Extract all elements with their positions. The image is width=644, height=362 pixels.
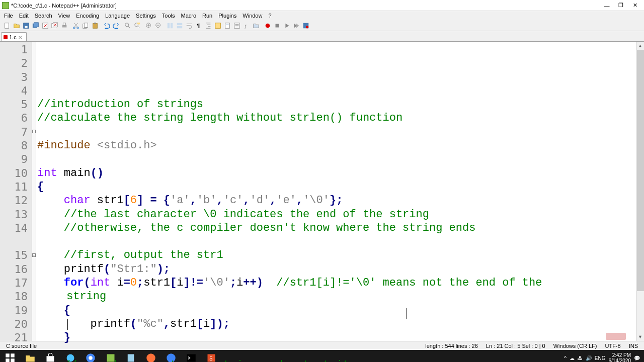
- line-number: 14: [0, 221, 32, 235]
- record-macro-icon[interactable]: [263, 21, 272, 30]
- wrap-icon[interactable]: [185, 21, 193, 30]
- tab-file-1[interactable]: 1.c ✕: [1, 32, 27, 41]
- code-line[interactable]: for(int i=0;str1[i]!='\0';i++) //str1[i]…: [37, 276, 636, 290]
- minimize-button[interactable]: —: [600, 1, 614, 11]
- text-cursor: [67, 319, 68, 330]
- start-button[interactable]: [0, 350, 20, 362]
- save-macro-icon[interactable]: [301, 21, 310, 30]
- line-number: 19: [0, 304, 32, 317]
- undo-icon[interactable]: [102, 21, 111, 30]
- menu-plugins[interactable]: Plugins: [215, 12, 239, 19]
- code-line[interactable]: [37, 125, 636, 139]
- fold-toggle-icon[interactable]: -: [32, 253, 36, 257]
- menu-settings[interactable]: Settings: [133, 12, 159, 19]
- line-number: 13: [0, 208, 32, 221]
- menu-window[interactable]: Window: [239, 12, 265, 19]
- fold-toggle-icon[interactable]: -: [32, 130, 36, 133]
- menu-view[interactable]: View: [55, 12, 73, 19]
- ud-lang-icon[interactable]: [213, 21, 222, 30]
- func-list-icon[interactable]: ƒ: [242, 21, 251, 30]
- maximize-button[interactable]: ❐: [614, 1, 628, 11]
- menu-tools[interactable]: Tools: [159, 12, 178, 19]
- code-line[interactable]: //the last character \0 indicates the en…: [37, 208, 636, 221]
- watermark: [606, 333, 626, 340]
- folder-icon[interactable]: [252, 21, 260, 30]
- cut-icon[interactable]: [71, 21, 80, 30]
- svg-rect-25: [215, 23, 220, 28]
- line-number: 11: [0, 180, 32, 194]
- doc-map-icon[interactable]: [223, 21, 231, 30]
- menu-file[interactable]: File: [1, 12, 16, 19]
- code-line[interactable]: //second,user enters a string and output…: [37, 358, 636, 362]
- svg-point-33: [306, 26, 308, 28]
- svg-rect-15: [94, 22, 96, 24]
- all-chars-icon[interactable]: ¶: [194, 21, 203, 30]
- svg-text:ƒ: ƒ: [244, 23, 247, 28]
- replace-icon[interactable]: [133, 21, 141, 30]
- unsaved-dot-icon: [4, 35, 8, 39]
- line-number: 4: [0, 84, 32, 98]
- paste-icon[interactable]: [91, 21, 99, 30]
- copy-icon[interactable]: [81, 21, 90, 30]
- code-line[interactable]: //otherwise, the c compiler doesn't know…: [37, 221, 636, 235]
- code-line[interactable]: printf("%c",str1[i]);: [37, 317, 636, 331]
- code-line[interactable]: [37, 235, 636, 248]
- toolbar: ¶ ƒ: [0, 20, 644, 31]
- svg-rect-35: [11, 353, 15, 357]
- menu-search[interactable]: Search: [32, 12, 55, 19]
- play-macro-icon[interactable]: [282, 21, 291, 30]
- line-number-gutter: 1234567891011121314 15161718192021: [0, 42, 32, 341]
- doc-list-icon[interactable]: [232, 21, 241, 30]
- code-area[interactable]: //introduction of strings//calculate the…: [36, 42, 636, 341]
- line-number: 9: [0, 152, 32, 166]
- code-line[interactable]: int main(): [37, 166, 636, 180]
- line-number: 10: [0, 166, 32, 180]
- new-file-icon[interactable]: [3, 21, 11, 30]
- redo-icon[interactable]: [112, 21, 120, 30]
- code-line[interactable]: printf("Str1:");: [37, 262, 636, 276]
- tab-close-icon[interactable]: ✕: [18, 35, 22, 40]
- menu-encoding[interactable]: Encoding: [73, 12, 102, 19]
- code-line[interactable]: [37, 152, 636, 166]
- svg-rect-14: [93, 23, 97, 28]
- code-line[interactable]: char str1[6] = {'a','b','c','d','e','\0'…: [37, 194, 636, 207]
- code-line[interactable]: {: [37, 304, 636, 317]
- line-number: 2: [0, 56, 32, 70]
- line-number: 15: [0, 248, 32, 262]
- menu-run[interactable]: Run: [199, 12, 215, 19]
- find-icon[interactable]: [123, 21, 132, 30]
- scroll-down-icon[interactable]: ▼: [636, 333, 644, 341]
- stop-macro-icon[interactable]: [273, 21, 281, 30]
- print-icon[interactable]: [60, 21, 68, 30]
- code-line[interactable]: //first, output the str1: [37, 248, 636, 262]
- code-line[interactable]: [37, 345, 636, 358]
- code-line[interactable]: #include <stdio.h>: [37, 139, 636, 152]
- app-icon: [2, 2, 9, 9]
- code-line[interactable]: }: [37, 331, 636, 344]
- play-multi-icon[interactable]: [292, 21, 300, 30]
- save-icon[interactable]: [22, 21, 30, 30]
- line-number: 21: [0, 331, 32, 344]
- indent-guide-icon[interactable]: [204, 21, 212, 30]
- zoom-out-icon[interactable]: [154, 21, 163, 30]
- close-file-icon[interactable]: [41, 21, 49, 30]
- zoom-in-icon[interactable]: [144, 21, 153, 30]
- code-line[interactable]: {: [37, 180, 636, 194]
- vertical-scrollbar[interactable]: ▲ ▼: [636, 42, 644, 341]
- svg-rect-0: [5, 23, 9, 28]
- open-file-icon[interactable]: [12, 21, 21, 30]
- menu-language[interactable]: Language: [102, 12, 133, 19]
- save-all-icon[interactable]: [31, 21, 40, 30]
- menu-edit[interactable]: Edit: [16, 12, 32, 19]
- code-line[interactable]: //introduction of strings: [37, 98, 636, 111]
- code-line[interactable]: //calculate the string length without st…: [37, 111, 636, 125]
- sync-h-icon[interactable]: [175, 21, 184, 30]
- scroll-up-icon[interactable]: ▲: [636, 42, 644, 50]
- code-line[interactable]: string: [37, 290, 636, 303]
- menu-macro[interactable]: Macro: [178, 12, 199, 19]
- sync-v-icon[interactable]: [166, 21, 174, 30]
- close-all-icon[interactable]: [50, 21, 59, 30]
- close-button[interactable]: ✕: [628, 1, 642, 11]
- menu-help[interactable]: ?: [265, 12, 274, 19]
- scroll-thumb[interactable]: [637, 50, 644, 291]
